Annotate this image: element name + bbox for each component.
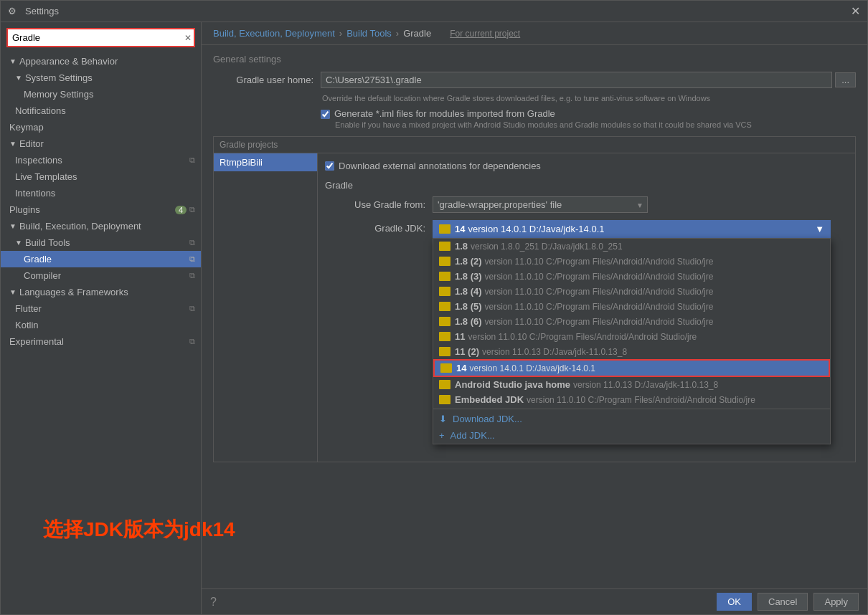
sidebar-item-memory-settings[interactable]: Memory Settings [1, 86, 201, 102]
sidebar-item-editor[interactable]: ▼ Editor [1, 135, 201, 152]
for-project-link[interactable]: For current project [450, 29, 520, 39]
chevron-down-icon: ▼ [15, 239, 22, 247]
jdk-item-embedded[interactable]: Embedded JDK version 11.0.10 C:/Program … [433, 392, 830, 407]
jdk-item-1_8[interactable]: 1.8 version 1.8.0_251 D:/Java/jdk1.8.0_2… [433, 239, 830, 254]
sidebar-item-intentions[interactable]: Intentions [1, 185, 201, 201]
jdk-item-version: 11 (2) [455, 346, 479, 357]
folder-icon [439, 347, 450, 356]
jdk-item-1_8_5[interactable]: 1.8 (5) version 11.0.10 C:/Program Files… [433, 299, 830, 314]
sidebar-item-label: Gradle [24, 254, 187, 264]
jdk-item-detail: version 1.8.0_251 D:/Java/jdk1.8.0_251 [471, 242, 622, 252]
project-item[interactable]: RtmpBiBili [214, 153, 317, 171]
sidebar-item-label: Inspections [15, 155, 187, 166]
jdk-item-detail: version 11.0.10 C:/Program Files/Android… [485, 302, 714, 312]
sidebar-item-build-tools[interactable]: ▼ Build Tools ⧉ [1, 234, 201, 251]
jdk-item-version: 1.8 (5) [455, 301, 482, 312]
sidebar-item-plugins[interactable]: Plugins 4 ⧉ [1, 201, 201, 218]
jdk-item-11[interactable]: 11 version 11.0.10 C:/Program Files/Andr… [433, 329, 830, 344]
help-icon[interactable]: ? [210, 596, 217, 609]
sidebar-item-label: Plugins [9, 204, 171, 215]
copy-icon: ⧉ [189, 304, 195, 313]
copy-icon: ⧉ [189, 337, 195, 346]
jdk-item-1_8_3[interactable]: 1.8 (3) version 11.0.10 C:/Program Files… [433, 269, 830, 284]
generate-iml-label: Generate *.iml files for modules importe… [334, 108, 555, 119]
jdk-item-1_8_2[interactable]: 1.8 (2) version 11.0.10 C:/Program Files… [433, 254, 830, 269]
jdk-item-1_8_6[interactable]: 1.8 (6) version 11.0.10 C:/Program Files… [433, 314, 830, 329]
folder-icon [440, 363, 452, 373]
ok-button[interactable]: OK [717, 593, 752, 611]
cancel-button[interactable]: Cancel [758, 593, 808, 611]
titlebar: ⚙ Settings ✕ [1, 1, 867, 22]
sidebar-item-build-exec-deploy[interactable]: ▼ Build, Execution, Deployment [1, 218, 201, 234]
sidebar-item-label: Editor [19, 138, 195, 149]
download-annotations-checkbox[interactable] [325, 161, 334, 171]
sidebar-item-label: Build Tools [25, 237, 70, 248]
breadcrumb-part-1[interactable]: Build, Execution, Deployment [213, 28, 335, 39]
jdk-item-detail: version 11.0.10 C:/Program Files/Android… [527, 395, 755, 405]
bottom-bar: ? OK Cancel Apply [202, 588, 867, 614]
clear-search-icon[interactable]: ✕ [184, 33, 192, 43]
apply-button[interactable]: Apply [813, 593, 859, 611]
gradle-jdk-label: Gradle JDK: [325, 220, 425, 234]
copy-icon: ⧉ [189, 271, 195, 280]
add-jdk-action[interactable]: + Add JDK... [433, 427, 830, 444]
breadcrumb-part-3: Gradle [403, 28, 431, 39]
jdk-item-11_2[interactable]: 11 (2) version 11.0.13 D:/Java/jdk-11.0.… [433, 344, 830, 359]
use-gradle-from-select[interactable]: 'gradle-wrapper.properties' file Specifi… [433, 196, 648, 213]
search-input[interactable]: Gradle [6, 28, 195, 47]
use-gradle-from-row: Use Gradle from: 'gradle-wrapper.propert… [325, 196, 848, 213]
jdk-item-detail: version 11.0.13 D:/Java/jdk-11.0.13_8 [573, 380, 718, 390]
sidebar-item-system-settings[interactable]: ▼ System Settings [1, 70, 201, 86]
jdk-item-version: 1.8 (2) [455, 256, 482, 267]
sidebar-item-label: Memory Settings [24, 89, 195, 100]
sidebar-item-languages-frameworks[interactable]: ▼ Languages & Frameworks [1, 284, 201, 300]
generate-iml-checkbox[interactable] [321, 110, 330, 119]
folder-icon [439, 380, 450, 389]
gradle-user-home-input[interactable]: C:\Users\27531\.gradle [321, 72, 832, 88]
copy-icon: ⧉ [189, 254, 195, 264]
sidebar-item-notifications[interactable]: Notifications [1, 102, 201, 119]
search-box: Gradle ✕ [6, 28, 195, 47]
gradle-projects-section: Gradle projects RtmpBiBili Download exte… [213, 136, 856, 462]
jdk-selected-detail: version 14.0.1 D:/Java/jdk-14.0.1 [468, 224, 604, 234]
gradle-user-home-input-group: C:\Users\27531\.gradle ... [321, 72, 856, 88]
jdk-selected-version: 14 [455, 224, 465, 234]
chevron-down-icon: ▼ [9, 57, 16, 65]
jdk-item-14[interactable]: 14 version 14.0.1 D:/Java/jdk-14.0.1 [433, 359, 830, 377]
jdk-item-android-studio[interactable]: Android Studio java home version 11.0.13… [433, 377, 830, 392]
sidebar-item-keymap[interactable]: Keymap [1, 119, 201, 135]
download-jdk-label: Download JDK... [453, 414, 522, 424]
sidebar-item-label: Experimental [9, 336, 187, 347]
chevron-down-icon: ▼ [815, 224, 824, 234]
sidebar-item-appearance[interactable]: ▼ Appearance & Behavior [1, 53, 201, 70]
sidebar-item-flutter[interactable]: Flutter ⧉ [1, 300, 201, 317]
copy-icon: ⧉ [189, 205, 195, 214]
breadcrumb-part-2[interactable]: Build Tools [346, 28, 392, 39]
sidebar-item-label: Compiler [24, 270, 187, 281]
sidebar-item-gradle[interactable]: Gradle ⧉ [1, 251, 201, 267]
folder-icon [439, 257, 450, 266]
folder-icon [439, 287, 450, 296]
browse-button[interactable]: ... [835, 72, 856, 87]
jdk-dropdown-selected[interactable]: 14 version 14.0.1 D:/Java/jdk-14.0.1 ▼ [433, 220, 831, 238]
jdk-item-detail: version 11.0.10 C:/Program Files/Android… [485, 317, 714, 327]
download-jdk-action[interactable]: ⬇ Download JDK... [433, 411, 830, 427]
generate-iml-hint: Enable if you have a mixed project with … [335, 120, 856, 129]
jdk-item-version: Embedded JDK [455, 394, 524, 405]
folder-icon [439, 302, 450, 311]
sidebar-item-experimental[interactable]: Experimental ⧉ [1, 333, 201, 350]
gradle-settings-panel: Download external annotations for depend… [318, 153, 855, 462]
jdk-item-detail: version 11.0.13 D:/Java/jdk-11.0.13_8 [482, 347, 627, 357]
breadcrumb-separator-2: › [396, 28, 399, 39]
jdk-item-1_8_4[interactable]: 1.8 (4) version 11.0.10 C:/Program Files… [433, 284, 830, 299]
sidebar-item-live-templates[interactable]: Live Templates [1, 168, 201, 185]
sidebar-item-kotlin[interactable]: Kotlin [1, 317, 201, 333]
settings-content: General settings Gradle user home: C:\Us… [202, 45, 867, 588]
gradle-user-home-hint: Override the default location where Grad… [322, 94, 856, 102]
use-gradle-from-select-wrapper: 'gradle-wrapper.properties' file Specifi… [433, 196, 648, 213]
chevron-down-icon: ▼ [9, 288, 16, 296]
close-button[interactable]: ✕ [851, 4, 860, 18]
gradle-jdk-row: Gradle JDK: 14 version 14.0.1 D:/Java/jd… [325, 220, 848, 238]
sidebar-item-compiler[interactable]: Compiler ⧉ [1, 267, 201, 284]
sidebar-item-inspections[interactable]: Inspections ⧉ [1, 152, 201, 168]
